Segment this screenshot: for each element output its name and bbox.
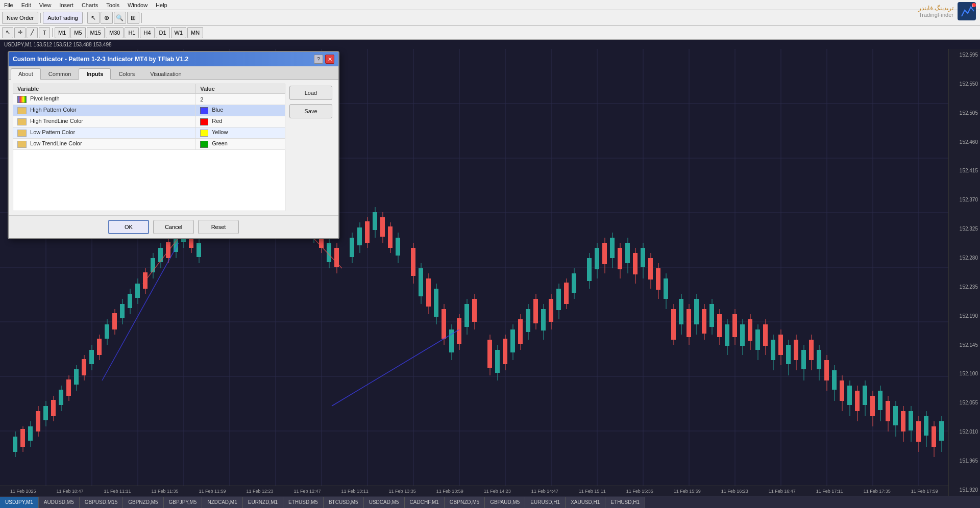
new-order-button[interactable]: New Order: [2, 12, 38, 24]
tab-gbpnzd-m5[interactable]: GBPNZD,M5: [123, 497, 163, 508]
price-label-14: 151.965: [951, 458, 978, 464]
price-label-2: 152.505: [951, 110, 978, 116]
price-label-6: 152.325: [951, 226, 978, 232]
timeframe-m1[interactable]: M1: [55, 27, 69, 38]
svg-rect-31: [13, 437, 17, 452]
svg-rect-165: [564, 283, 569, 304]
toolbar-icon-1[interactable]: ↖: [87, 12, 100, 24]
svg-rect-113: [350, 238, 354, 257]
table-cell-high-trendline-var: High TrendLine Color: [13, 116, 196, 128]
menu-file[interactable]: File: [4, 2, 13, 8]
high-pattern-icon: [17, 107, 27, 114]
svg-rect-253: [909, 411, 913, 430]
load-button[interactable]: Load: [289, 86, 332, 100]
dialog-tab-inputs[interactable]: Inputs: [79, 68, 111, 80]
table-row-low-pattern[interactable]: Low Pattern Color Yellow: [13, 128, 285, 139]
dialog-tab-about[interactable]: About: [11, 68, 41, 80]
svg-rect-51: [89, 350, 94, 364]
svg-rect-227: [809, 340, 814, 360]
menu-tools[interactable]: Tools: [106, 2, 119, 8]
toolbar-icon-4[interactable]: ⊞: [127, 12, 139, 24]
dialog-tab-common[interactable]: Common: [41, 68, 79, 79]
table-row-high-trendline[interactable]: High TrendLine Color Red: [13, 116, 285, 128]
svg-rect-129: [419, 268, 423, 296]
cancel-button[interactable]: Cancel: [153, 220, 194, 234]
timeframe-h4[interactable]: H4: [140, 27, 154, 38]
low-trendline-icon: [17, 141, 27, 148]
tab-usdcad-m5[interactable]: USDCAD,M5: [364, 497, 405, 508]
toolbar2-icon-crosshair[interactable]: ✛: [14, 27, 26, 38]
svg-rect-141: [464, 304, 469, 327]
tab-cadchf-m1[interactable]: CADCHF,M1: [405, 497, 445, 508]
tab-gbpjpy-m5[interactable]: GBPJPY,M5: [164, 497, 203, 508]
tab-ethusd-m5[interactable]: ETHUSD,M5: [283, 497, 324, 508]
save-button[interactable]: Save: [289, 104, 332, 118]
toolbar2-icon-line[interactable]: ╱: [27, 27, 38, 38]
menu-help[interactable]: Help: [156, 2, 167, 8]
timeframe-h1[interactable]: H1: [125, 27, 139, 38]
tab-gbpusd-m15[interactable]: GBPUSD,M15: [80, 497, 123, 508]
toolbar2-icon-cursor[interactable]: ↖: [2, 27, 13, 38]
svg-rect-61: [128, 294, 132, 308]
tab-xauusd-h1[interactable]: XAUUSD,H1: [566, 497, 605, 508]
tab-eurusd-h1[interactable]: EURUSD,H1: [525, 497, 566, 508]
svg-rect-241: [863, 386, 867, 405]
svg-rect-39: [43, 406, 48, 420]
svg-rect-119: [373, 212, 377, 230]
ok-button[interactable]: OK: [108, 220, 149, 234]
table-cell-low-pattern-value: Yellow: [196, 128, 285, 139]
reset-button[interactable]: Reset: [198, 220, 239, 234]
tab-ethusd-h1[interactable]: ETHUSD,H1: [605, 497, 645, 508]
tab-eurnzd-m1[interactable]: EURNZD,M1: [243, 497, 283, 508]
timeframe-m30[interactable]: M30: [106, 27, 124, 38]
tab-gbpaud-m5[interactable]: GBPAUD,M5: [485, 497, 525, 508]
toolbar2-icon-text[interactable]: T: [39, 27, 50, 38]
svg-rect-187: [656, 268, 660, 290]
svg-rect-231: [824, 360, 829, 380]
bottom-tabs-bar: USDJPY,M1 AUDUSD,M5 GBPUSD,M15 GBPNZD,M5…: [0, 496, 980, 508]
tab-usdjpy-m1[interactable]: USDJPY,M1: [0, 497, 39, 508]
timeframe-mn[interactable]: MN: [187, 27, 203, 38]
table-row-high-pattern[interactable]: High Pattern Color Blue: [13, 105, 285, 116]
svg-rect-239: [855, 391, 860, 411]
dialog-tab-visualization[interactable]: Visualization: [142, 68, 189, 79]
toolbar-icon-3[interactable]: 🔍: [114, 12, 126, 24]
timeframe-w1[interactable]: W1: [171, 27, 187, 38]
tab-nzdcad-m1[interactable]: NZDCAD,M1: [202, 497, 242, 508]
tab-gbpnzd-m5-2[interactable]: GBPNZD,M5: [445, 497, 485, 508]
svg-rect-251: [901, 411, 905, 431]
tab-btcusd-m5[interactable]: BTCUSD,M5: [324, 497, 364, 508]
dialog-close-button[interactable]: ✕: [325, 55, 334, 64]
timeframe-m5[interactable]: M5: [70, 27, 85, 38]
dialog-tab-colors[interactable]: Colors: [111, 68, 142, 79]
svg-rect-257: [924, 416, 928, 436]
menu-insert[interactable]: Insert: [59, 2, 74, 8]
table-row-pivot[interactable]: Pivot length 2: [13, 94, 285, 105]
table-row-low-trendline[interactable]: Low TrendLine Color Green: [13, 139, 285, 150]
menu-edit[interactable]: Edit: [21, 2, 31, 8]
dialog-help-button[interactable]: ?: [314, 55, 323, 64]
time-label-4: 11 Feb 11:59: [199, 489, 226, 494]
menu-view[interactable]: View: [39, 2, 52, 8]
time-label-6: 11 Feb 12:47: [294, 489, 321, 494]
low-trendline-var-label: Low TrendLine Color: [30, 140, 82, 146]
svg-rect-69: [158, 248, 163, 262]
dialog-title-bar: Custom Indicator - Pattern 1-2-3 Indicat…: [9, 52, 338, 66]
svg-rect-49: [82, 359, 86, 375]
tab-audusd-m5[interactable]: AUDUSD,M5: [39, 497, 80, 508]
low-pattern-value-label: Yellow: [212, 129, 228, 135]
logo-area: تریدینگ فایندر TradingFinder 1: [918, 2, 976, 20]
menu-charts[interactable]: Charts: [82, 2, 98, 8]
timeframe-m15[interactable]: M15: [87, 27, 105, 38]
svg-rect-233: [832, 370, 837, 390]
autotrading-button[interactable]: AutoTrading: [43, 12, 83, 24]
svg-rect-33: [20, 429, 25, 447]
svg-rect-121: [380, 217, 385, 237]
logo-persian: تریدینگ فایندر: [918, 5, 953, 12]
menu-window[interactable]: Window: [128, 2, 148, 8]
timeframe-d1[interactable]: D1: [156, 27, 170, 38]
toolbar-icon-2[interactable]: ⊕: [101, 12, 113, 24]
svg-line-264: [332, 329, 459, 406]
high-pattern-var-label: High Pattern Color: [30, 107, 77, 113]
svg-rect-79: [197, 243, 201, 257]
